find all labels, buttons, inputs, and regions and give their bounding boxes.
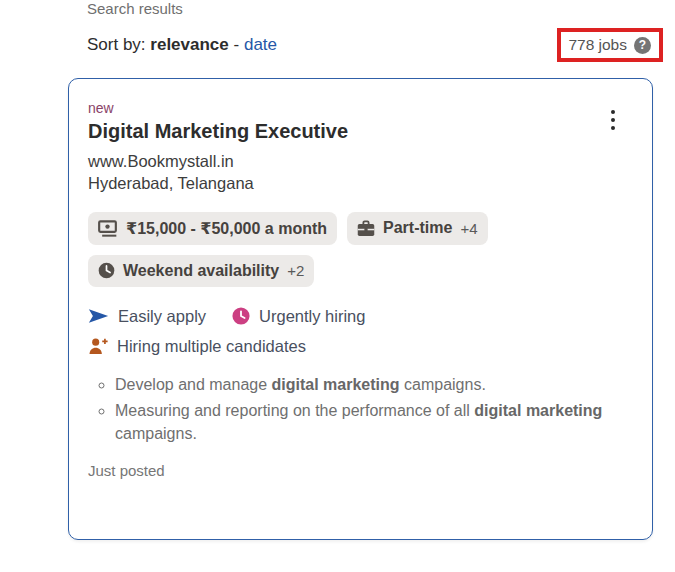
shift-badge-extra: +2 (287, 262, 304, 279)
job-type-badge-extra: +4 (460, 220, 477, 237)
job-description-bullets: Develop and manage digital marketing cam… (88, 373, 633, 446)
hiring-multiple-label: Hiring multiple candidates (117, 337, 306, 356)
job-location: Hyderabad, Telangana (88, 172, 348, 194)
salary-icon (98, 220, 118, 237)
job-card-header: new Digital Marketing Executive www.Book… (88, 100, 633, 195)
sort-relevance-link[interactable]: relevance (150, 35, 228, 54)
new-badge: new (88, 100, 348, 116)
urgently-hiring-label: Urgently hiring (259, 307, 365, 326)
hiring-multiple: Hiring multiple candidates (88, 337, 306, 356)
jobs-count-annotation-box: 778 jobs ? (557, 28, 663, 62)
sort-separator: - (234, 35, 240, 54)
urgent-clock-icon (232, 307, 250, 325)
sort-by: Sort by: relevance - date (87, 35, 277, 55)
briefcase-icon (357, 220, 375, 237)
job-type-badge-label: Part-time (383, 219, 452, 237)
easily-apply-label: Easily apply (118, 307, 206, 326)
bullet-item: Measuring and reporting on the performan… (115, 399, 633, 445)
clock-icon (98, 262, 115, 279)
kebab-menu-icon[interactable] (609, 108, 617, 132)
job-type-badge: Part-time +4 (347, 212, 487, 245)
search-results-label: Search results (87, 0, 183, 17)
send-icon (88, 307, 109, 325)
sort-row: Sort by: relevance - date 778 jobs ? (87, 28, 663, 62)
easily-apply: Easily apply (88, 307, 206, 326)
shift-badge-label: Weekend availability (123, 262, 279, 280)
job-card-heading: new Digital Marketing Executive www.Book… (88, 100, 348, 195)
job-badges: ₹15,000 - ₹50,000 a month Part-time +4 W… (88, 212, 633, 287)
job-attributes: Easily apply Urgently hiring Hiring mult… (88, 307, 633, 356)
salary-badge-label: ₹15,000 - ₹50,000 a month (126, 219, 327, 238)
person-plus-icon (88, 337, 108, 355)
sort-date-link[interactable]: date (244, 35, 277, 54)
bullet-item: Develop and manage digital marketing cam… (115, 373, 633, 396)
company-name: www.Bookmystall.in (88, 150, 348, 172)
job-title-link[interactable]: Digital Marketing Executive (88, 120, 348, 143)
posted-date: Just posted (88, 462, 633, 479)
urgently-hiring: Urgently hiring (232, 307, 365, 326)
job-card[interactable]: new Digital Marketing Executive www.Book… (68, 78, 653, 540)
shift-badge: Weekend availability +2 (88, 255, 314, 287)
sort-by-label: Sort by: (87, 35, 146, 54)
help-icon[interactable]: ? (634, 37, 651, 54)
jobs-count: 778 jobs (568, 36, 627, 54)
salary-badge: ₹15,000 - ₹50,000 a month (88, 212, 337, 245)
